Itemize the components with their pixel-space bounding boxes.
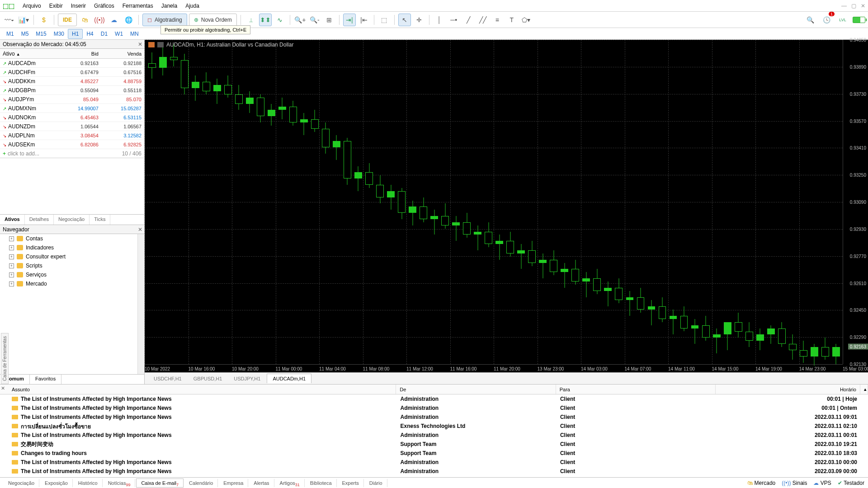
timeframe-h1[interactable]: H1 <box>68 29 83 39</box>
toolbox-tab-caixa-de-e-mail[interactable]: Caixa de E-mail7 <box>136 479 184 488</box>
crosshair-icon[interactable]: ✛ <box>413 14 425 26</box>
expand-icon[interactable]: + <box>9 263 14 268</box>
cursor-icon[interactable]: ↖ <box>398 14 411 26</box>
menu-janela[interactable]: Janela <box>161 3 177 9</box>
mail-scrollbar-up-icon[interactable]: ▴ <box>860 385 868 394</box>
toolbox-tab-biblioteca[interactable]: Biblioteca <box>306 479 337 487</box>
mw-row-audnokm[interactable]: AUDNOKm6.454636.53115 <box>0 113 144 122</box>
timeframe-mn[interactable]: MN <box>127 29 142 38</box>
search-icon[interactable]: 🔍 <box>804 14 816 26</box>
timeframe-m5[interactable]: M5 <box>18 29 33 38</box>
mw-tab-ativos[interactable]: Ativos <box>0 215 25 225</box>
level-icon[interactable]: LVL <box>836 14 849 26</box>
mail-row[interactable]: The List of Instruments Affected by High… <box>0 467 868 476</box>
mw-col-symbol[interactable]: Ativo ▲ <box>0 51 58 57</box>
status-vps[interactable]: ☁ VPS <box>813 480 831 486</box>
navigator-scrollbar[interactable] <box>137 234 144 374</box>
mail-row[interactable]: Changes to trading hoursSupport TeamClie… <box>0 449 868 458</box>
timeframe-m30[interactable]: M30 <box>50 29 68 38</box>
toolbox-side-label[interactable]: Caixa de Ferramentas <box>1 333 9 384</box>
chart-tab-usdchf-h1[interactable]: USDCHF,H1 <box>148 374 187 383</box>
minimize-icon[interactable]: — <box>841 3 847 9</box>
toolbox-tab-experts[interactable]: Experts <box>338 479 364 487</box>
mw-tab-negociação[interactable]: Negociação <box>54 215 90 225</box>
chart-tab-audcadm-h1[interactable]: AUDCADm,H1 <box>267 374 311 383</box>
expand-icon[interactable]: + <box>9 236 14 241</box>
vline-icon[interactable]: │ <box>433 14 446 26</box>
menu-graficos[interactable]: Gráficos <box>94 3 114 9</box>
status-mercado[interactable]: 🛍 Mercado <box>747 480 775 486</box>
mw-add-symbol[interactable]: +click to add... <box>3 150 39 157</box>
toolbox-tab-calendário[interactable]: Calendário <box>184 479 218 487</box>
mw-row-auddkkm[interactable]: AUDDKKm4.852274.88759 <box>0 77 144 86</box>
zoom-out-icon[interactable]: 🔍- <box>308 14 321 26</box>
nav-item-serviços[interactable]: +Serviços <box>0 270 144 279</box>
menu-exibir[interactable]: Exibir <box>49 3 63 9</box>
globe-icon[interactable]: 🌐 <box>122 14 135 26</box>
mail-col-subject[interactable]: Assunto <box>8 385 396 394</box>
toolbox-tab-diário[interactable]: Diário <box>365 479 387 487</box>
nav-item-contas[interactable]: +Contas <box>0 234 144 243</box>
mail-row[interactable]: The List of Instruments Affected by High… <box>0 431 868 440</box>
status-testador[interactable]: ✔ Testador <box>838 480 864 486</box>
nav-item-indicadores[interactable]: +Indicadores <box>0 243 144 252</box>
expand-icon[interactable]: + <box>9 282 14 286</box>
menu-ajuda[interactable]: Ajuda <box>185 3 199 9</box>
algotrading-button[interactable]: ◻Algotrading <box>142 14 187 26</box>
timeframe-m15[interactable]: M15 <box>32 29 50 38</box>
market-watch-close-icon[interactable]: ✕ <box>138 41 142 47</box>
dollar-icon[interactable]: $ <box>38 14 50 26</box>
mail-col-to[interactable]: Para <box>556 385 716 394</box>
notifications-icon[interactable]: 🕓 <box>820 14 833 26</box>
toolbox-tab-histórico[interactable]: Histórico <box>74 479 103 487</box>
mail-col-time[interactable]: Horário <box>716 385 860 394</box>
toolbox-tab-artigos[interactable]: Artigos31 <box>275 479 305 487</box>
line-chart-icon[interactable]: 〰▾ <box>3 14 15 26</box>
channel-icon[interactable]: ╱╱ <box>476 14 489 26</box>
chart-area[interactable]: AUDCADm, H1: Australian Dollar vs Canadi… <box>145 40 868 372</box>
maximize-icon[interactable]: ▢ <box>851 3 856 9</box>
mail-row[interactable]: The List of Instruments Affected by High… <box>0 394 868 404</box>
objects-icon[interactable]: ⬠▾ <box>520 14 533 26</box>
ide-button[interactable]: IDE <box>58 14 77 26</box>
mail-row[interactable]: The List of Instruments Affected by High… <box>0 458 868 467</box>
toolbox-tab-negociação[interactable]: Negociação <box>4 479 39 487</box>
mw-row-audgbpm[interactable]: AUDGBPm0.550940.55118 <box>0 86 144 95</box>
expand-icon[interactable]: + <box>9 272 14 277</box>
mw-row-audjpym[interactable]: AUDJPYm85.04985.070 <box>0 95 144 104</box>
menu-arquivo[interactable]: Arquivo <box>23 3 41 9</box>
line-icon[interactable]: ∿ <box>274 14 286 26</box>
hline-icon[interactable]: ─• <box>448 14 460 26</box>
timeframe-d1[interactable]: D1 <box>97 29 111 38</box>
timeframe-m1[interactable]: M1 <box>3 29 18 38</box>
new-order-button[interactable]: ⊕Nova Ordem <box>189 14 237 26</box>
mail-row[interactable]: The List of Instruments Affected by High… <box>0 413 868 422</box>
mail-row[interactable]: The List of Instruments Affected by High… <box>0 404 868 413</box>
expand-icon[interactable]: + <box>9 245 14 250</box>
menu-inserir[interactable]: Inserir <box>71 3 86 9</box>
menu-ferramentas[interactable]: Ferramentas <box>123 3 153 9</box>
mw-row-audcadm[interactable]: AUDCADm0.921630.92188 <box>0 59 144 68</box>
timeframe-h4[interactable]: H4 <box>83 29 97 38</box>
trendline-icon[interactable]: ╱ <box>462 14 475 26</box>
mw-tab-detalhes[interactable]: Detalhes <box>25 215 54 225</box>
market-icon[interactable]: 🛍 <box>79 14 91 26</box>
nav-item-scripts[interactable]: +Scripts <box>0 261 144 270</box>
mail-row[interactable]: การเปลี่ยนแปลงชั่วโมงซื้อขายExness Techn… <box>0 422 868 431</box>
chart-tab-gbpusd-h1[interactable]: GBPUSD,H1 <box>188 374 228 383</box>
mw-row-audmxnm[interactable]: AUDMXNm14.9900715.05287 <box>0 104 144 113</box>
mw-row-audnzdm[interactable]: AUDNZDm1.065441.06567 <box>0 122 144 131</box>
auto-scroll-icon[interactable]: ⇥| <box>343 14 356 26</box>
candles-icon[interactable]: ⬍⬍ <box>259 14 272 26</box>
mw-col-ask[interactable]: Venda <box>101 51 144 56</box>
mail-col-from[interactable]: De <box>396 385 556 394</box>
cloud-icon[interactable]: ☁ <box>108 14 120 26</box>
bar-chart-icon[interactable]: 📊▾ <box>17 14 30 26</box>
timeframe-w1[interactable]: W1 <box>111 29 127 38</box>
nav-tab-favoritos[interactable]: Favoritos <box>30 375 61 384</box>
tile-icon[interactable]: ⊞ <box>323 14 335 26</box>
chart-tab-usdjpy-h1[interactable]: USDJPY,H1 <box>228 374 266 383</box>
signal-icon[interactable]: ((•)) <box>93 14 106 26</box>
mw-col-bid[interactable]: Bid <box>58 51 101 56</box>
toolbox-tab-alertas[interactable]: Alertas <box>249 479 274 487</box>
